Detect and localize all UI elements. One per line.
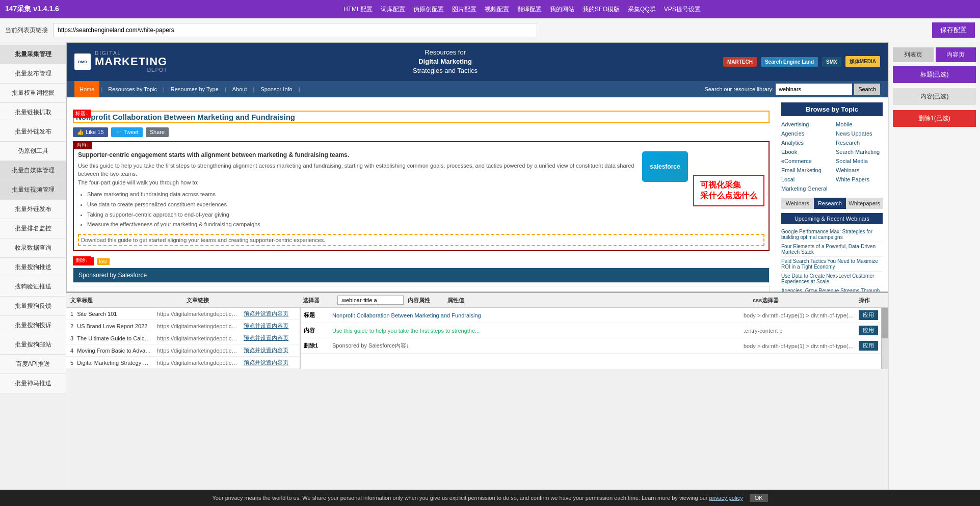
article-list: Share marketing and fundraising data acr… xyxy=(87,190,637,230)
apply-btn-0[interactable]: 应用 xyxy=(859,310,878,320)
nav-search-button[interactable]: Search xyxy=(854,84,880,95)
social-buttons: 👍 Like 15 🐦 Tweet Share xyxy=(73,127,770,137)
apply-btn-2[interactable]: 应用 xyxy=(859,341,878,351)
list-item-1: Use data to create personalized constitu… xyxy=(87,200,637,210)
scrollbar[interactable] xyxy=(881,308,888,369)
sidebar-item-12[interactable]: 搜狗验证推送 xyxy=(0,277,66,297)
tab-list-page[interactable]: 列表页 xyxy=(893,47,934,62)
fb-like-btn[interactable]: 👍 Like 15 xyxy=(73,127,108,137)
sidebar-item-8[interactable]: 批量外链发布 xyxy=(0,200,66,219)
preview-frame[interactable]: DMD DIGITAL MARKETING DEPOT Resources fo… xyxy=(66,42,888,292)
action-title-btn[interactable]: 标题(已选) xyxy=(893,66,976,83)
row-title-4: 5 Digital Marketing Strategy Ebook xyxy=(70,360,152,366)
sidebar-item-15[interactable]: 批量搜狗邮站 xyxy=(0,335,66,355)
sidebar-item-14[interactable]: 批量搜狗投诉 xyxy=(0,316,66,335)
nav-vps-settings[interactable]: VPS提号设置 xyxy=(664,5,701,14)
nav-html-config[interactable]: HTML配置 xyxy=(343,5,373,14)
topic-analytics[interactable]: Analytics xyxy=(781,139,828,147)
webinar-item-0[interactable]: Google Performance Max: Strategies for b… xyxy=(781,227,883,242)
sidebar-item-2[interactable]: 批量权重词挖掘 xyxy=(0,84,66,103)
scrollbar-thumb[interactable] xyxy=(882,308,888,338)
attr-rows: 标题 Nonprofit Collaboration Between Marke… xyxy=(301,308,881,369)
webinar-tab-whitepapers[interactable]: Whitepapers xyxy=(846,198,883,209)
nav-sponsor-info[interactable]: Sponsor Info xyxy=(255,81,297,97)
nav-search-input[interactable] xyxy=(776,84,852,95)
sidebar-item-6[interactable]: 批量自媒体管理 xyxy=(0,161,66,180)
apply-btn-1[interactable]: 应用 xyxy=(859,326,878,335)
webinar-item-3[interactable]: Use Data to Create Next-Level Customer E… xyxy=(781,272,883,286)
webinar-item-4[interactable]: Agencies: Grow Revenue Streams Through W… xyxy=(781,286,883,292)
row-action-1[interactable]: 预览并设置内容页 xyxy=(244,322,296,330)
twitter-btn[interactable]: 🐦 Tweet xyxy=(111,127,143,137)
nav-resources-by-type[interactable]: Resources by Type xyxy=(166,81,224,97)
sidebar-item-3[interactable]: 批量链接抓取 xyxy=(0,103,66,122)
attr-value-1: Use this guide to help you take the firs… xyxy=(332,328,740,334)
nav-home[interactable]: Home xyxy=(74,81,99,97)
webinar-tab-research[interactable]: Research xyxy=(814,198,846,209)
nav-resources-by-topic[interactable]: Resources by Topic xyxy=(103,81,162,97)
save-config-button[interactable]: 保存配置 xyxy=(932,22,975,38)
webinar-item-2[interactable]: Paid Search Tactics You Need to Maximize… xyxy=(781,257,883,272)
sidebar-item-13[interactable]: 批量搜狗反馈 xyxy=(0,297,66,316)
nav-pseudo-config[interactable]: 伪原创配置 xyxy=(413,5,444,14)
nav-links: HTML配置 词库配置 伪原创配置 图片配置 视频配置 翻译配置 我的网站 我的… xyxy=(69,5,975,14)
sidebar-item-9[interactable]: 批量排名监控 xyxy=(0,219,66,238)
sponsor-martech: MARTECH xyxy=(723,57,757,67)
topic-email-marketing[interactable]: Email Marketing xyxy=(781,166,828,174)
url-bar-input[interactable] xyxy=(53,23,537,37)
webinar-tab-webinars[interactable]: Webinars xyxy=(781,198,814,209)
sidebar-item-4[interactable]: 批量外链发布 xyxy=(0,122,66,142)
topic-advertising[interactable]: Advertising xyxy=(781,120,828,128)
sponsor-media: 媒体MEDIA xyxy=(845,56,880,67)
sidebar-item-11[interactable]: 批量搜狗推送 xyxy=(0,258,66,277)
topic-research[interactable]: Research xyxy=(836,139,883,147)
action-content-btn[interactable]: 内容(已选) xyxy=(893,88,976,105)
nav-translate-config[interactable]: 翻译配置 xyxy=(517,5,542,14)
topic-white-papers[interactable]: White Papers xyxy=(836,175,883,183)
nav-my-seo[interactable]: 我的SEO模版 xyxy=(582,5,620,14)
sidebar-item-10[interactable]: 收录数据查询 xyxy=(0,238,66,258)
article-title-box: Nonprofit Collaboration Between Marketin… xyxy=(73,111,770,123)
sidebar-item-5[interactable]: 伪原创工具 xyxy=(0,142,66,161)
article-title-wrapper: 标题↓ Nonprofit Collaboration Between Mark… xyxy=(73,111,770,123)
share-btn[interactable]: Share xyxy=(146,127,169,137)
nav-my-site[interactable]: 我的网站 xyxy=(550,5,574,14)
topic-ecommerce[interactable]: eCommerce xyxy=(781,157,828,165)
privacy-policy-link[interactable]: privacy policy xyxy=(709,495,743,501)
highlight-box: 可视化采集 采什么点选什么 xyxy=(693,175,764,206)
nav-image-config[interactable]: 图片配置 xyxy=(452,5,476,14)
sidebar-item-17[interactable]: 批量神马推送 xyxy=(0,374,66,393)
topic-mobile[interactable]: Mobile xyxy=(836,120,883,128)
left-sidebar: 批量采集管理 批量发布管理 批量权重词挖掘 批量链接抓取 批量外链发布 伪原创工… xyxy=(0,42,66,506)
topic-webinars[interactable]: Webinars xyxy=(836,166,883,174)
tab-content-page[interactable]: 内容页 xyxy=(936,47,976,62)
row-action-4[interactable]: 预览并设置内容页 xyxy=(244,359,296,366)
topic-news-updates[interactable]: News Updates xyxy=(836,129,883,138)
nav-video-config[interactable]: 视频配置 xyxy=(485,5,509,14)
row-action-3[interactable]: 预览并设置内容页 xyxy=(244,347,296,354)
site-marketing: MARKETING xyxy=(95,56,167,67)
sidebar-item-0[interactable]: 批量采集管理 xyxy=(0,45,66,64)
sidebar-item-7[interactable]: 批量短视频管理 xyxy=(0,180,66,200)
topic-agencies[interactable]: Agencies xyxy=(781,129,828,138)
row-title-1: 2 US Brand Love Report 2022 xyxy=(70,323,152,329)
selector-input[interactable] xyxy=(337,296,404,305)
nav-about[interactable]: About xyxy=(227,81,252,97)
topic-marketing-general[interactable]: Marketing General xyxy=(781,184,828,193)
webinar-item-1[interactable]: Four Elements of a Powerful, Data-Driven… xyxy=(781,242,883,257)
row-action-2[interactable]: 预览并设置内容页 xyxy=(244,334,296,342)
highlight-text-1: 可视化采集 xyxy=(700,180,757,191)
nav-qq-group[interactable]: 采集QQ群 xyxy=(628,5,656,14)
content-box: 内容↓ Supporter-centric engagement starts … xyxy=(73,141,770,252)
action-delete-btn[interactable]: 删除1(已选) xyxy=(893,110,976,127)
privacy-ok-btn[interactable]: OK xyxy=(750,494,768,502)
topic-ebook[interactable]: Ebook xyxy=(781,148,828,156)
sidebar-item-1[interactable]: 批量发布管理 xyxy=(0,64,66,84)
topic-search-marketing[interactable]: Search Marketing xyxy=(836,148,883,156)
row-action-0[interactable]: 预览并设置内容页 xyxy=(244,310,296,317)
attr-css-1: .entry-content p xyxy=(744,328,856,334)
nav-vocab-config[interactable]: 词库配置 xyxy=(381,5,405,14)
sidebar-item-16[interactable]: 百度API推送 xyxy=(0,355,66,374)
topic-local[interactable]: Local xyxy=(781,175,828,183)
topic-social-media[interactable]: Social Media xyxy=(836,157,883,165)
